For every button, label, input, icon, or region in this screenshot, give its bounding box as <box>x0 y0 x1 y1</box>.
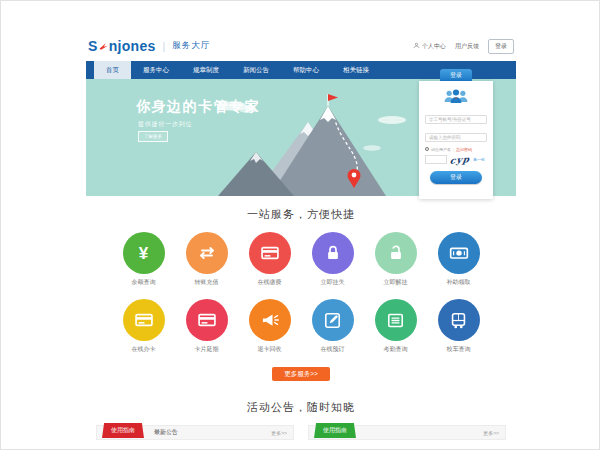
service-label: 校车查询 <box>447 345 471 354</box>
card-icon <box>186 299 228 341</box>
list-icon <box>375 299 417 341</box>
nav-item[interactable]: 相关链接 <box>331 61 381 79</box>
captcha-row: cyp 换一张 <box>425 155 487 165</box>
edit-icon <box>312 299 354 341</box>
left-more-link[interactable]: 更多>> <box>271 430 293 436</box>
captcha-image[interactable]: cyp <box>449 154 471 165</box>
service-item[interactable]: 立即挂失 <box>301 232 364 287</box>
feedback-link[interactable]: 用户反馈 <box>455 42 479 51</box>
user-icon <box>413 42 420 50</box>
logo-divider: | <box>163 41 166 52</box>
login-form: 记住用户名 | 忘记密码 cyp 换一张 登录 <box>419 81 493 199</box>
remember-label: 记住用户名 <box>431 147 451 152</box>
tab-usage-guide-right[interactable]: 使用指南 <box>314 423 356 438</box>
change-captcha-link[interactable]: 换一张 <box>473 157 485 162</box>
nav-item[interactable]: 规章制度 <box>181 61 231 79</box>
service-label: 退卡回收 <box>258 345 282 354</box>
site-name: 服务大厅 <box>172 40 210 52</box>
service-label: 转账充值 <box>195 278 219 287</box>
service-label: 考勤查询 <box>384 345 408 354</box>
users-group-icon <box>425 88 487 104</box>
announcement-panels: 使用指南 最新公告 更多>> 使用指南 更多>> <box>86 425 516 445</box>
yen-icon: ¥ <box>123 232 165 274</box>
topbar-login-button[interactable]: 登录 <box>488 39 514 54</box>
logo-text-njones: njones <box>109 38 156 54</box>
right-panel-header: 使用指南 更多>> <box>308 425 506 440</box>
nav-item[interactable]: 服务中心 <box>131 61 181 79</box>
service-item[interactable]: 考勤查询 <box>364 299 427 354</box>
remember-checkbox[interactable] <box>425 147 429 151</box>
bus-icon <box>438 299 480 341</box>
nav-item[interactable]: 新闻公告 <box>231 61 281 79</box>
unlock-icon <box>375 232 417 274</box>
left-panel-header: 使用指南 最新公告 更多>> <box>96 425 294 440</box>
login-tab[interactable]: 登录 <box>440 69 472 81</box>
username-input[interactable] <box>425 115 487 124</box>
service-item[interactable]: 在线预订 <box>301 299 364 354</box>
transfer-icon <box>186 232 228 274</box>
page-frame: S njones | 服务大厅 个人中心 用户反馈 登录 首页服务中心规章制度新… <box>0 0 600 450</box>
mountain-illustration <box>204 90 416 196</box>
logo-text-s: S <box>88 38 98 54</box>
card-icon <box>123 299 165 341</box>
service-label: 余额查询 <box>132 278 156 287</box>
service-label: 在线缴费 <box>258 278 282 287</box>
remember-row: 记住用户名 | 忘记密码 <box>425 147 487 152</box>
right-more-link[interactable]: 更多>> <box>483 430 505 436</box>
password-input[interactable] <box>425 133 487 142</box>
service-label: 立即挂失 <box>321 278 345 287</box>
left-panel-body <box>96 440 294 445</box>
right-panel: 使用指南 更多>> <box>308 425 506 445</box>
tab-usage-guide[interactable]: 使用指南 <box>102 423 144 438</box>
announcements-section: 活动公告，随时知晓 使用指南 最新公告 更多>> 使用指南 更多>> <box>86 390 516 445</box>
login-submit-button[interactable]: 登录 <box>430 171 482 184</box>
service-label: 在线预订 <box>321 345 345 354</box>
more-services-button[interactable]: 更多服务>> <box>272 367 330 381</box>
top-bar: S njones | 服务大厅 个人中心 用户反馈 登录 <box>86 31 516 61</box>
banknote-icon <box>438 232 480 274</box>
service-item[interactable]: 补助领取 <box>427 232 490 287</box>
service-item[interactable]: ¥余额查询 <box>112 232 175 287</box>
forgot-password-link[interactable]: 忘记密码 <box>456 147 472 152</box>
announcements-title: 活动公告，随时知晓 <box>86 400 516 415</box>
service-label: 补助领取 <box>447 278 471 287</box>
services-grid: ¥余额查询转账充值在线缴费立即挂失立即解挂补助领取在线办卡卡片延期退卡回收在线预… <box>86 232 516 354</box>
top-links: 个人中心 用户反馈 登录 <box>413 39 514 54</box>
logo-arrow-icon <box>99 38 108 54</box>
service-item[interactable]: 校车查询 <box>427 299 490 354</box>
service-item[interactable]: 在线办卡 <box>112 299 175 354</box>
nav-item[interactable]: 首页 <box>94 61 131 79</box>
services-section: 一站服务，方便快捷 ¥余额查询转账充值在线缴费立即挂失立即解挂补助领取在线办卡卡… <box>86 196 516 390</box>
login-card: 登录 记住用户名 | 忘记密码 <box>419 69 493 199</box>
hero-more-button[interactable]: 了解更多 <box>138 131 168 142</box>
logo[interactable]: S njones <box>88 38 156 54</box>
service-item[interactable]: 立即解挂 <box>364 232 427 287</box>
services-title: 一站服务，方便快捷 <box>86 207 516 222</box>
lock-icon <box>312 232 354 274</box>
service-label: 在线办卡 <box>132 345 156 354</box>
service-label: 卡片延期 <box>195 345 219 354</box>
megaphone-icon <box>249 299 291 341</box>
card-icon <box>249 232 291 274</box>
personal-center-link[interactable]: 个人中心 <box>413 42 446 51</box>
service-label: 立即解挂 <box>384 278 408 287</box>
hero-subtitle: 提供捷径一步到位 <box>138 120 192 129</box>
left-panel: 使用指南 最新公告 更多>> <box>96 425 294 445</box>
service-item[interactable]: 在线缴费 <box>238 232 301 287</box>
right-panel-body <box>308 440 506 445</box>
service-item[interactable]: 转账充值 <box>175 232 238 287</box>
tab-latest-announcements[interactable]: 最新公告 <box>154 428 178 437</box>
service-item[interactable]: 退卡回收 <box>238 299 301 354</box>
captcha-input[interactable] <box>425 155 447 164</box>
service-item[interactable]: 卡片延期 <box>175 299 238 354</box>
nav-item[interactable]: 帮助中心 <box>281 61 331 79</box>
